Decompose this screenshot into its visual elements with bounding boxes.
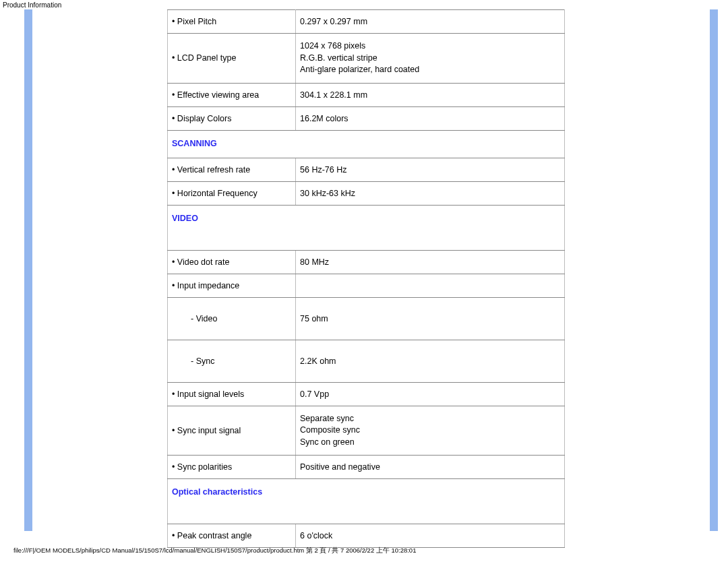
label-pixel-pitch: • Pixel Pitch: [168, 10, 296, 34]
value-inimp-sync: 2.2K ohm: [296, 340, 565, 382]
value-syncpol: Positive and negative: [296, 456, 565, 479]
row-colors: • Display Colors 16.2M colors: [168, 106, 565, 130]
row-inimp-sync: - Sync 2.2K ohm: [168, 340, 565, 382]
label-inimp-video: - Video: [168, 297, 296, 340]
heading-video: VIDEO: [168, 205, 565, 250]
page-border-left: [24, 9, 32, 531]
page-title: Product Information: [0, 0, 728, 10]
value-hfreq: 30 kHz-63 kHz: [296, 181, 565, 205]
row-dotrate: • Video dot rate 80 MHz: [168, 250, 565, 274]
value-vref: 56 Hz-76 Hz: [296, 158, 565, 181]
label-siglvl: • Input signal levels: [168, 382, 296, 406]
label-inimp-sync: - Sync: [168, 340, 296, 382]
label-colors: • Display Colors: [168, 106, 296, 130]
value-eff-area: 304.1 x 228.1 mm: [296, 83, 565, 106]
row-syncin: • Sync input signal Separate sync Compos…: [168, 406, 565, 456]
page-border-right: [710, 9, 718, 531]
label-inimp: • Input impedance: [168, 274, 296, 297]
value-pixel-pitch: 0.297 x 0.297 mm: [296, 10, 565, 34]
value-siglvl: 0.7 Vpp: [296, 382, 565, 406]
row-inimp-video: - Video 75 ohm: [168, 297, 565, 340]
value-peak: 6 o'clock: [296, 524, 565, 548]
value-inimp-video: 75 ohm: [296, 297, 565, 340]
spec-table: • Pixel Pitch 0.297 x 0.297 mm • LCD Pan…: [167, 9, 565, 548]
value-dotrate: 80 MHz: [296, 250, 565, 274]
heading-scanning: SCANNING: [168, 130, 565, 158]
row-eff-area: • Effective viewing area 304.1 x 228.1 m…: [168, 83, 565, 106]
row-hfreq: • Horizontal Frequency 30 kHz-63 kHz: [168, 181, 565, 205]
value-inimp: [296, 274, 565, 297]
row-pixel-pitch: • Pixel Pitch 0.297 x 0.297 mm: [168, 10, 565, 34]
row-lcd-type: • LCD Panel type 1024 x 768 pixels R.G.B…: [168, 34, 565, 84]
label-dotrate: • Video dot rate: [168, 250, 296, 274]
label-eff-area: • Effective viewing area: [168, 83, 296, 106]
label-hfreq: • Horizontal Frequency: [168, 181, 296, 205]
value-colors: 16.2M colors: [296, 106, 565, 130]
label-lcd-type: • LCD Panel type: [168, 34, 296, 84]
row-inimp: • Input impedance: [168, 274, 565, 297]
spec-content: • Pixel Pitch 0.297 x 0.297 mm • LCD Pan…: [32, 9, 710, 548]
row-siglvl: • Input signal levels 0.7 Vpp: [168, 382, 565, 406]
row-vref: • Vertical refresh rate 56 Hz-76 Hz: [168, 158, 565, 181]
value-syncin: Separate sync Composite sync Sync on gre…: [296, 406, 565, 456]
label-vref: • Vertical refresh rate: [168, 158, 296, 181]
row-syncpol: • Sync polarities Positive and negative: [168, 456, 565, 479]
label-peak: • Peak contrast angle: [168, 524, 296, 548]
footer-path: file:///F|/OEM MODELS/philips/CD Manual/…: [13, 547, 416, 555]
value-lcd-type: 1024 x 768 pixels R.G.B. vertical stripe…: [296, 34, 565, 84]
row-video-head: VIDEO: [168, 205, 565, 250]
row-optical-head: Optical characteristics: [168, 479, 565, 524]
row-peak: • Peak contrast angle 6 o'clock: [168, 524, 565, 548]
row-scanning-head: SCANNING: [168, 130, 565, 158]
heading-optical: Optical characteristics: [168, 479, 565, 524]
label-syncin: • Sync input signal: [168, 406, 296, 456]
label-syncpol: • Sync polarities: [168, 456, 296, 479]
